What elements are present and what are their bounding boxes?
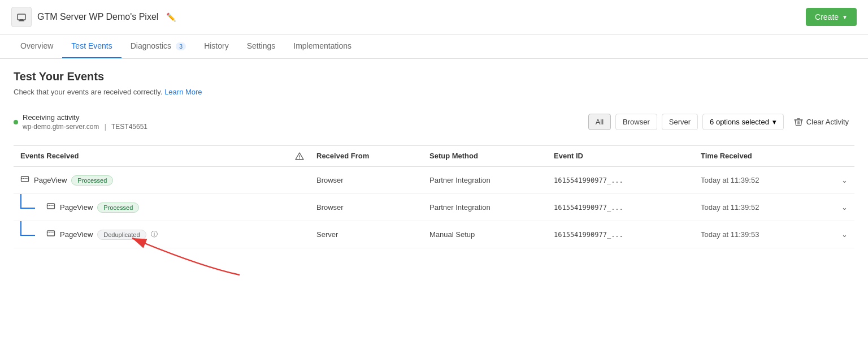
events-table: Events Received Received From Setup Meth… [14, 145, 854, 248]
chevron-down-icon[interactable]: ⌄ [841, 176, 848, 184]
activity-controls: All Browser Server 6 options selected ▾ [588, 114, 854, 130]
col-expand-header [825, 152, 848, 161]
setup-method-cell: Partner Integration [429, 176, 554, 184]
tree-line-horizontal [20, 235, 35, 236]
warning-icon [295, 152, 304, 161]
page-content: Test Your Events Check that your events … [0, 59, 868, 260]
status-meta: wp-demo.gtm-server.com | TEST45651 [23, 123, 147, 131]
section-subtitle: Check that your events are received corr… [14, 88, 854, 96]
filter-browser-button[interactable]: Browser [615, 114, 657, 130]
event-icon [46, 229, 55, 240]
filter-all-button[interactable]: All [588, 114, 611, 130]
tab-settings[interactable]: Settings [238, 35, 285, 58]
tree-line-vertical [20, 221, 21, 235]
expand-cell[interactable]: ⌄ [825, 176, 848, 184]
event-name-cell: PageView Processed [20, 175, 283, 186]
header-left: GTM Server WP Demo's Pixel ✏️ [11, 7, 176, 27]
info-icon[interactable]: ⓘ [151, 230, 158, 239]
setup-method-cell: Manual Setup [429, 230, 554, 239]
time-cell: Today at 11:39:53 [701, 230, 825, 239]
col-time-received: Time Received [701, 152, 825, 161]
event-name: PageView [60, 203, 93, 212]
col-setup-method: Setup Method [429, 152, 554, 161]
col-received-from: Received From [316, 152, 429, 161]
tab-test-events[interactable]: Test Events [62, 35, 121, 58]
activity-status: Receiving activity wp-demo.gtm-server.co… [14, 113, 147, 131]
pixel-icon [11, 7, 32, 27]
annotated-row-wrapper: PageView Deduplicated ⓘ Server Manual Se… [14, 221, 854, 248]
svg-rect-12 [47, 204, 55, 209]
table-row: PageView Processed Browser Partner Integ… [14, 194, 854, 221]
event-id-cell: 1615541990977_... [554, 176, 701, 184]
activity-bar: Receiving activity wp-demo.gtm-server.co… [14, 107, 854, 136]
status-label: Receiving activity [23, 113, 147, 122]
tree-line-vertical [20, 194, 21, 208]
svg-rect-0 [18, 14, 25, 20]
svg-rect-10 [21, 176, 29, 182]
expand-cell[interactable]: ⌄ [825, 230, 848, 239]
event-name-cell: PageView Deduplicated ⓘ [20, 229, 283, 240]
status-badge: Processed [71, 175, 113, 186]
create-dropdown-arrow: ▼ [842, 14, 848, 20]
event-icon [46, 202, 55, 213]
received-from-cell: Server [316, 230, 429, 239]
col-events-received: Events Received [20, 152, 283, 161]
received-from-cell: Browser [316, 203, 429, 212]
event-name: PageView [60, 230, 93, 239]
svg-rect-2 [19, 20, 24, 21]
table-header: Events Received Received From Setup Meth… [14, 146, 854, 167]
svg-point-9 [299, 158, 300, 158]
col-warning [283, 152, 316, 161]
status-dot [14, 120, 18, 124]
tab-diagnostics[interactable]: Diagnostics 3 [121, 35, 195, 58]
col-event-id: Event ID [554, 152, 701, 161]
chevron-down-icon[interactable]: ⌄ [841, 203, 848, 212]
event-name-cell: PageView Processed [20, 202, 283, 213]
app-header: GTM Server WP Demo's Pixel ✏️ Create ▼ [0, 0, 868, 35]
event-icon [20, 175, 29, 186]
event-id-cell: 1615541990977_... [554, 231, 701, 239]
learn-more-link[interactable]: Learn More [164, 88, 202, 96]
svg-rect-1 [20, 19, 23, 20]
section-title: Test Your Events [14, 70, 854, 83]
svg-rect-14 [47, 231, 55, 236]
filter-server-button[interactable]: Server [662, 114, 698, 130]
tab-implementations[interactable]: Implementations [284, 35, 361, 58]
diagnostics-badge: 3 [176, 42, 186, 50]
setup-method-cell: Partner Integration [429, 203, 554, 212]
status-badge: Processed [97, 202, 139, 213]
received-from-cell: Browser [316, 176, 429, 184]
time-cell: Today at 11:39:52 [701, 176, 825, 184]
time-cell: Today at 11:39:52 [701, 203, 825, 212]
chevron-down-icon[interactable]: ⌄ [841, 230, 848, 239]
options-dropdown[interactable]: 6 options selected ▾ [702, 114, 784, 130]
table-row: PageView Deduplicated ⓘ Server Manual Se… [14, 221, 854, 248]
event-name: PageView [34, 176, 67, 184]
clear-activity-button[interactable]: Clear Activity [788, 114, 854, 130]
tab-history[interactable]: History [195, 35, 238, 58]
clear-icon [794, 118, 803, 127]
create-button[interactable]: Create ▼ [806, 8, 857, 26]
nav-tabs: Overview Test Events Diagnostics 3 Histo… [0, 35, 868, 59]
edit-icon[interactable]: ✏️ [166, 12, 176, 21]
table-row: PageView Processed Browser Partner Integ… [14, 167, 854, 194]
page-title: GTM Server WP Demo's Pixel [37, 12, 158, 22]
event-id-cell: 1615541990977_... [554, 204, 701, 212]
expand-cell[interactable]: ⌄ [825, 203, 848, 212]
dropdown-arrow-icon: ▾ [772, 118, 776, 126]
tree-line-horizontal [20, 208, 35, 209]
status-info: Receiving activity wp-demo.gtm-server.co… [23, 113, 147, 131]
tab-overview[interactable]: Overview [11, 35, 62, 58]
status-badge: Deduplicated [97, 230, 146, 240]
